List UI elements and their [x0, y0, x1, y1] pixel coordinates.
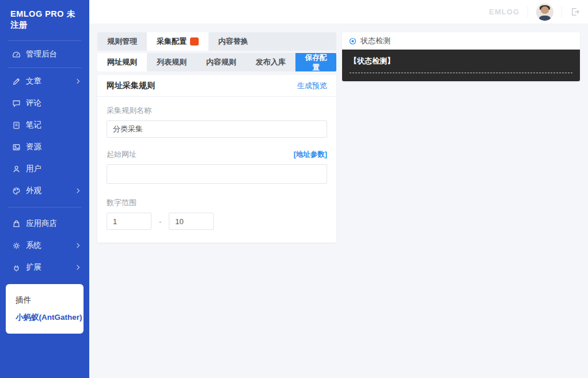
user-icon: [12, 165, 21, 173]
app-title: EMLOG PRO 未注册: [0, 0, 89, 38]
pencil-icon: [12, 77, 21, 86]
sidebar-item-articles[interactable]: 文章: [0, 70, 89, 92]
sidebar-item-app-store[interactable]: 应用商店: [0, 213, 89, 235]
status-console-title: 【状态检测】: [350, 56, 572, 66]
status-column: 状态检测 【状态检测】: [342, 32, 580, 81]
save-config-button[interactable]: 保存配置: [295, 53, 336, 71]
user-avatar[interactable]: [536, 3, 553, 21]
sidebar-item-comments[interactable]: 评论: [0, 92, 89, 114]
store-icon: [12, 220, 21, 228]
generate-preview-link[interactable]: 生成预览: [297, 81, 327, 91]
number-range-label: 数字范围: [107, 198, 327, 208]
status-card: 状态检测 【状态检测】: [342, 32, 580, 81]
divider: [8, 207, 81, 207]
sidebar-item-extensions[interactable]: 扩展: [0, 256, 89, 278]
appearance-icon: [12, 187, 21, 195]
comment-icon: [12, 99, 21, 108]
start-url-label: 起始网址: [107, 149, 136, 160]
range-from-input[interactable]: [107, 213, 151, 230]
card-title: 网址采集规则: [107, 81, 155, 91]
note-icon: [12, 121, 21, 130]
brand-link[interactable]: EMLOG: [489, 7, 519, 16]
range-to-input[interactable]: [169, 213, 214, 230]
start-url-input[interactable]: [107, 164, 327, 184]
plugin-icon: [12, 263, 21, 272]
sidebar: EMLOG PRO 未注册 管理后台 文章 评论: [0, 0, 89, 378]
rule-name-label: 采集规则名称: [107, 105, 327, 116]
chevron-right-icon: [75, 79, 79, 84]
range-separator: -: [159, 217, 161, 226]
card-body: 采集规则名称 起始网址 [地址参数] 数字范围 -: [97, 97, 336, 243]
topbar: EMLOG: [89, 0, 588, 24]
divider: [8, 40, 81, 41]
hot-badge: [190, 37, 199, 46]
rule-name-input[interactable]: [107, 120, 327, 138]
logout-icon[interactable]: [570, 7, 580, 17]
card-header: 网址采集规则 生成预览: [97, 75, 336, 97]
tab-list-rules[interactable]: 列表规则: [147, 53, 196, 71]
dashboard-icon: [12, 50, 21, 59]
sidebar-item-notes[interactable]: 笔记: [0, 114, 89, 136]
tab-content-rules[interactable]: 内容规则: [196, 53, 246, 71]
chevron-right-icon: [75, 188, 79, 193]
status-header: 状态检测: [342, 32, 580, 50]
status-console: 【状态检测】: [342, 50, 580, 81]
tab-rule-management[interactable]: 规则管理: [97, 32, 147, 51]
divider: [8, 67, 81, 68]
extensions-submenu: 插件 小蚂蚁(AntGather): [6, 284, 84, 334]
tab-url-rules[interactable]: 网址规则: [97, 53, 147, 71]
secondary-tabs: 网址规则 列表规则 内容规则 发布入库 保存配置: [97, 53, 336, 71]
sidebar-item-resources[interactable]: 资源: [0, 136, 89, 158]
primary-tabs: 规则管理 采集配置 内容替换: [97, 32, 336, 51]
submenu-item-antgather[interactable]: 小蚂蚁(AntGather): [16, 309, 74, 326]
config-column: 规则管理 采集配置 内容替换 网址规则 列表规则 内容规则 发布入库: [97, 32, 336, 243]
url-params-link[interactable]: [地址参数]: [294, 150, 327, 160]
chevron-right-icon: [75, 265, 79, 270]
tab-content-replace[interactable]: 内容替换: [208, 32, 258, 51]
submenu-item-plugins[interactable]: 插件: [16, 292, 74, 309]
sidebar-item-system[interactable]: 系统: [0, 235, 89, 256]
image-icon: [12, 143, 21, 152]
target-icon: [349, 37, 356, 45]
dashed-divider: [350, 73, 572, 73]
sidebar-item-users[interactable]: 用户: [0, 158, 89, 180]
divider: [562, 6, 562, 18]
gear-icon: [12, 241, 21, 250]
avatar-shoulders: [539, 16, 551, 21]
avatar-face: [541, 6, 549, 14]
tab-publish-store[interactable]: 发布入库: [246, 53, 295, 71]
tab-collect-config[interactable]: 采集配置: [147, 32, 208, 51]
sidebar-item-appearance[interactable]: 外观: [0, 180, 89, 202]
divider: [528, 6, 528, 18]
sidebar-item-dashboard[interactable]: 管理后台: [0, 43, 89, 65]
chevron-right-icon: [75, 243, 79, 248]
status-title: 状态检测: [361, 36, 390, 46]
url-rule-card: 网址采集规则 生成预览 采集规则名称 起始网址 [地址参数] 数字范围: [97, 75, 336, 243]
content-area: 规则管理 采集配置 内容替换 网址规则 列表规则 内容规则 发布入库: [89, 24, 588, 378]
